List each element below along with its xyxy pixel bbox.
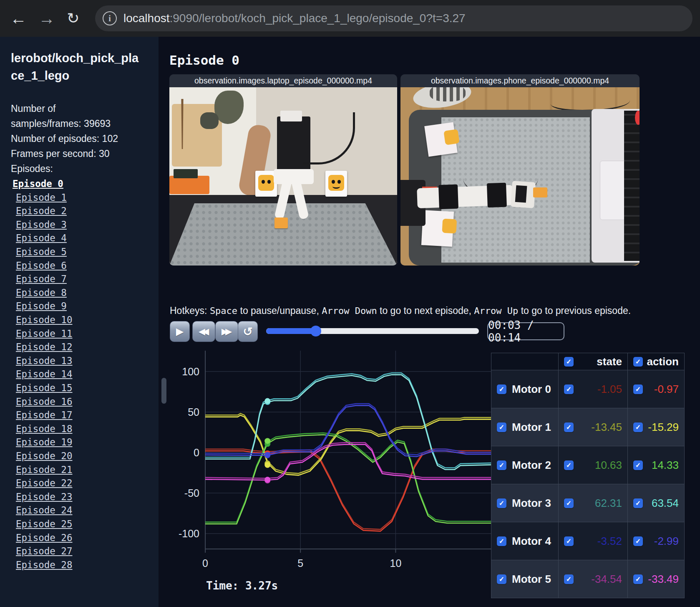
hotkey-arrow-up: Arrow Up (474, 306, 518, 316)
episode-link[interactable]: Episode 4 (16, 231, 67, 245)
episode-link[interactable]: Episode 0 (13, 177, 63, 191)
site-info-icon[interactable]: i (103, 11, 117, 25)
motor-checkbox[interactable]: ✓ (497, 498, 506, 508)
motor-action-cell: ✓-0.97 (628, 370, 684, 408)
action-checkbox[interactable]: ✓ (633, 384, 643, 394)
smiley-box (424, 122, 458, 157)
laptop-keyboard (624, 111, 640, 261)
action-checkbox[interactable]: ✓ (633, 536, 643, 546)
episode-link[interactable]: Episode 7 (16, 272, 67, 286)
panda-box (421, 210, 454, 247)
episode-link[interactable]: Episode 16 (16, 395, 72, 409)
episode-link[interactable]: Episode 26 (16, 531, 72, 545)
action-checkbox[interactable]: ✓ (633, 498, 643, 508)
hotkeys-help: Hotkeys: Space to pause/unpause, Arrow D… (170, 305, 631, 316)
episode-link[interactable]: Episode 1 (16, 191, 67, 205)
motor-checkbox[interactable]: ✓ (497, 536, 506, 546)
episode-link[interactable]: Episode 6 (16, 259, 67, 273)
episode-link[interactable]: Episode 25 (16, 517, 72, 531)
state-checkbox[interactable]: ✓ (564, 498, 574, 508)
motor-state-cell: ✓-13.45 (559, 408, 627, 446)
episode-link[interactable]: Episode 13 (16, 354, 72, 368)
seek-slider-fill (266, 328, 316, 334)
red-object (635, 111, 640, 125)
video-laptop-cam[interactable]: observation.images.laptop_episode_000000… (169, 74, 397, 266)
url-path: :9090/lerobot/koch_pick_place_1_lego/epi… (170, 12, 466, 25)
episode-link[interactable]: Episode 24 (16, 503, 72, 517)
state-checkbox[interactable]: ✓ (564, 574, 574, 584)
episode-link[interactable]: Episode 15 (16, 381, 72, 395)
action-checkbox[interactable]: ✓ (633, 574, 643, 584)
motor-row-cell: ✓Motor 2 (491, 446, 558, 484)
episode-link[interactable]: Episode 2 (16, 204, 67, 218)
episode-link[interactable]: Episode 23 (16, 490, 72, 504)
episode-link[interactable]: Episode 27 (16, 544, 72, 558)
time-display: 00:03 / 00:14 (487, 322, 564, 340)
controller-board (169, 176, 209, 194)
video-phone-cam[interactable]: observation.images.phone_episode_000000.… (400, 74, 640, 266)
action-column-label: action (647, 355, 679, 368)
episode-link[interactable]: Episode 3 (16, 218, 67, 232)
action-checkbox[interactable]: ✓ (633, 460, 643, 470)
robot-camera (280, 111, 302, 121)
episode-link[interactable]: Episode 17 (16, 408, 72, 422)
episode-link[interactable]: Episode 9 (16, 299, 67, 313)
robot-gripper (511, 181, 536, 208)
episode-link[interactable]: Episode 11 (16, 327, 72, 341)
scrollbar-thumb[interactable] (161, 378, 166, 404)
episode-link[interactable]: Episode 21 (16, 463, 72, 477)
motor-row-cell: ✓Motor 4 (491, 522, 558, 560)
episode-link[interactable]: Episode 8 (16, 286, 67, 300)
svg-text:0: 0 (202, 557, 208, 569)
video-caption: observation.images.phone_episode_000000.… (400, 74, 640, 87)
motor-checkbox[interactable]: ✓ (497, 422, 506, 432)
episode-link[interactable]: Episode 14 (16, 367, 72, 381)
action-checkbox[interactable]: ✓ (633, 422, 643, 432)
action-header-cell: ✓ action (628, 353, 684, 370)
motor-action-cell: ✓-15.29 (628, 408, 684, 446)
current-time-dot (264, 452, 270, 458)
episode-link[interactable]: Episode 10 (16, 313, 72, 327)
current-time-dot (264, 438, 270, 444)
page: ← → ↻ i localhost:9090/lerobot/koch_pick… (0, 0, 700, 607)
hotkey-space: Space (210, 306, 237, 316)
state-checkbox[interactable]: ✓ (564, 460, 574, 470)
svg-text:-100: -100 (179, 528, 199, 539)
state-value: 62.31 (595, 497, 622, 510)
episode-link[interactable]: Episode 19 (16, 435, 72, 449)
motor-label: Motor 1 (512, 421, 551, 434)
motor-label: Motor 2 (512, 459, 551, 472)
motor-row-cell: ✓Motor 5 (491, 560, 558, 598)
episode-link[interactable]: Episode 20 (16, 449, 72, 463)
state-checkbox[interactable]: ✓ (564, 384, 574, 394)
episode-link[interactable]: Episode 12 (16, 340, 72, 354)
forward-icon[interactable]: → (38, 8, 55, 29)
action-value: -2.99 (654, 535, 679, 548)
reload-icon[interactable]: ↻ (67, 8, 79, 29)
svg-text:5: 5 (297, 557, 303, 569)
episode-link[interactable]: Episode 18 (16, 422, 72, 436)
seek-slider[interactable] (266, 328, 479, 334)
state-checkbox[interactable]: ✓ (564, 422, 574, 432)
url-bar[interactable]: i localhost:9090/lerobot/koch_pick_place… (95, 5, 692, 31)
seek-slider-thumb[interactable] (310, 326, 321, 336)
state-checkbox[interactable]: ✓ (564, 536, 574, 546)
state-value: -3.52 (597, 535, 622, 548)
browser-chrome: ← → ↻ i localhost:9090/lerobot/koch_pick… (0, 0, 700, 37)
motor-row-cell: ✓Motor 3 (491, 484, 558, 522)
back-icon[interactable]: ← (10, 8, 27, 29)
motor-checkbox[interactable]: ✓ (497, 460, 506, 470)
video-caption: observation.images.laptop_episode_000000… (169, 74, 397, 87)
episode-link[interactable]: Episode 28 (16, 558, 72, 572)
episode-link[interactable]: Episode 5 (16, 245, 67, 259)
action-column-checkbox[interactable]: ✓ (633, 357, 643, 367)
episode-link[interactable]: Episode 22 (16, 476, 72, 490)
state-value: -13.45 (591, 421, 622, 434)
motor-checkbox[interactable]: ✓ (497, 384, 506, 394)
svg-text:100: 100 (182, 366, 199, 377)
motor-action-cell: ✓-33.49 (628, 560, 684, 598)
motor-label: Motor 5 (512, 573, 551, 586)
state-header-cell: ✓ state (559, 353, 627, 370)
motor-checkbox[interactable]: ✓ (497, 574, 506, 584)
state-column-checkbox[interactable]: ✓ (564, 357, 574, 367)
